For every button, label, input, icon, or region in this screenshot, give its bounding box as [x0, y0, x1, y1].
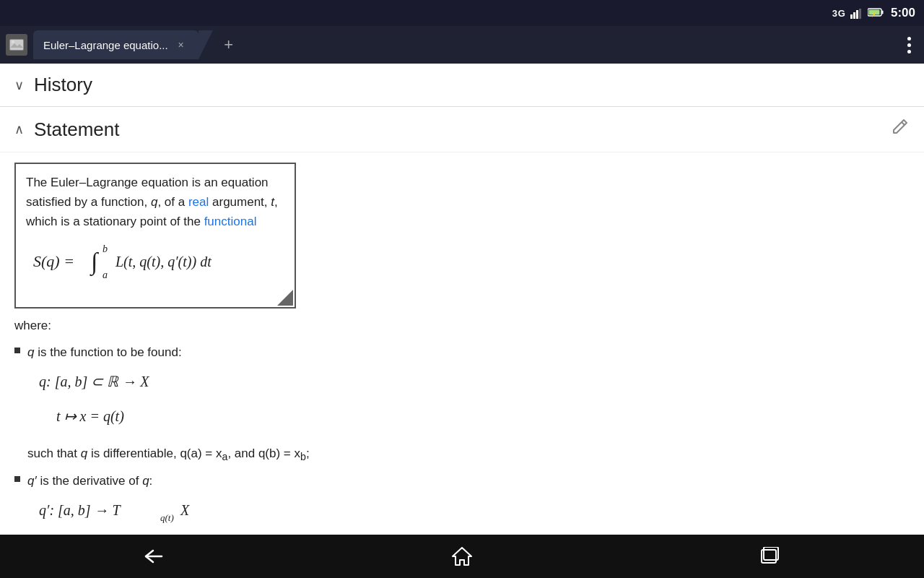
- svg-text:q′: [a, b] → T: q′: [a, b] → T: [39, 502, 122, 519]
- tab-menu-button[interactable]: [903, 33, 915, 58]
- svg-rect-0: [850, 14, 853, 19]
- svg-marker-31: [453, 548, 471, 565]
- statement-section-title: Statement: [34, 118, 120, 141]
- content-area: ∨ History ∧ Statement The Euler–Lagrange…: [0, 64, 924, 572]
- article-body: The Euler–Lagrange equation is an equati…: [0, 152, 924, 572]
- bullet-icon-2: [14, 476, 20, 482]
- svg-text:t ↦ x = q(t): t ↦ x = q(t): [56, 408, 124, 425]
- home-button[interactable]: [433, 538, 491, 574]
- selection-box: The Euler–Lagrange equation is an equati…: [14, 163, 296, 309]
- svg-text:X: X: [180, 502, 190, 518]
- real-link[interactable]: real: [188, 195, 209, 209]
- q-variable: q: [151, 195, 157, 209]
- signal-bars-icon: [850, 9, 863, 19]
- new-tab-button[interactable]: +: [216, 32, 242, 58]
- clock: 5:00: [891, 6, 915, 20]
- svg-line-12: [902, 122, 905, 125]
- statement-section-header[interactable]: ∧ Statement: [0, 107, 924, 152]
- status-bar: 3G ⚡ 5:00: [0, 0, 924, 26]
- tab-thumbnail[interactable]: [6, 34, 27, 56]
- back-button[interactable]: [125, 538, 183, 574]
- main-formula: S(q) = ∫ b a L(t, q(t), q′(t)) dt: [26, 232, 284, 297]
- svg-text:L(t, q(t), q′(t)) dt: L(t, q(t), q′(t)) dt: [115, 254, 212, 270]
- svg-text:b: b: [103, 243, 108, 254]
- statement-chevron-icon: ∧: [14, 121, 24, 137]
- history-chevron-icon: ∨: [14, 77, 24, 93]
- active-tab[interactable]: Euler–Lagrange equatio... ×: [33, 30, 199, 59]
- tab-title: Euler–Lagrange equatio...: [43, 39, 168, 51]
- bullet-q-definition: q is the function to be found: q: [a, b]…: [14, 342, 910, 438]
- formula-svg: S(q) = ∫ b a L(t, q(t), q′(t)) dt: [33, 239, 279, 282]
- tab-close-button[interactable]: ×: [174, 38, 188, 52]
- edit-button[interactable]: [889, 117, 910, 142]
- formula-t-map: t ↦ x = q(t): [56, 402, 212, 434]
- bullet-icon: [14, 348, 20, 353]
- tab-separator: [199, 30, 213, 59]
- recent-apps-button[interactable]: [741, 538, 799, 574]
- svg-rect-3: [859, 9, 861, 19]
- tab-bar: Euler–Lagrange equatio... × +: [0, 26, 924, 64]
- svg-rect-2: [856, 10, 858, 19]
- svg-rect-5: [881, 10, 883, 14]
- such-that-text: such that q is differentiable, q(a) = xa…: [27, 444, 910, 465]
- intro-paragraph: The Euler–Lagrange equation is an equati…: [26, 173, 284, 232]
- selection-corner-icon: [277, 290, 293, 306]
- functional-link[interactable]: functional: [204, 215, 257, 228]
- formula-qprime-map: q′: [a, b] → T q(t) X: [39, 495, 212, 530]
- where-text: where:: [14, 316, 910, 335]
- battery-icon: ⚡: [868, 7, 884, 20]
- svg-rect-1: [853, 12, 855, 19]
- svg-text:a: a: [103, 269, 108, 280]
- nav-bar: [0, 535, 924, 578]
- status-icons: 3G ⚡ 5:00: [832, 6, 915, 20]
- svg-text:⚡: ⚡: [871, 10, 877, 17]
- svg-text:∫: ∫: [90, 248, 100, 277]
- svg-point-11: [12, 40, 14, 43]
- formula-q-map: q: [a, b] ⊂ ℝ → X: [39, 366, 212, 400]
- history-section-title: History: [34, 74, 92, 96]
- svg-text:q: [a, b] ⊂ ℝ → X: q: [a, b] ⊂ ℝ → X: [39, 374, 149, 390]
- history-section-header[interactable]: ∨ History: [0, 64, 924, 107]
- svg-text:S(q) =: S(q) =: [33, 252, 74, 270]
- svg-text:q(t): q(t): [160, 512, 174, 523]
- signal-icon: 3G: [832, 8, 846, 19]
